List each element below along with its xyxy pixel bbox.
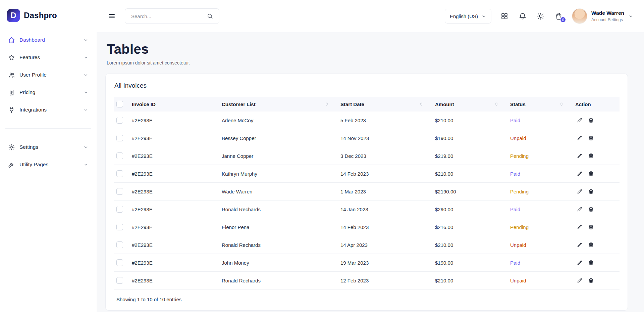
column-header-customer-list[interactable]: Customer List bbox=[218, 97, 337, 112]
delete-button[interactable] bbox=[587, 134, 595, 142]
sidebar-item-label: User Profile bbox=[19, 72, 79, 78]
delete-button[interactable] bbox=[587, 258, 595, 267]
sidebar: D Dashpro DashboardFeaturesUser ProfileP… bbox=[0, 0, 97, 312]
edit-button[interactable] bbox=[575, 134, 584, 142]
row-checkbox[interactable] bbox=[116, 188, 123, 195]
chevron-down-icon bbox=[83, 144, 89, 150]
table-header-row: Invoice IDCustomer ListStart DateAmountS… bbox=[114, 97, 620, 112]
column-header-invoice-id[interactable]: Invoice ID bbox=[128, 97, 218, 112]
row-checkbox[interactable] bbox=[116, 277, 123, 284]
edit-button[interactable] bbox=[575, 116, 584, 125]
column-label: Status bbox=[510, 101, 526, 107]
user-subtitle: Account Settings bbox=[591, 17, 624, 22]
amount: $210.00 bbox=[432, 272, 507, 289]
invoice-id: #2E293E bbox=[128, 112, 218, 129]
column-header-action[interactable]: Action bbox=[572, 97, 620, 112]
bell-icon bbox=[519, 12, 527, 20]
search-button[interactable] bbox=[205, 11, 215, 21]
column-header-amount[interactable]: Amount bbox=[432, 97, 507, 112]
sort-icon[interactable] bbox=[419, 102, 424, 106]
invoices-table: Invoice IDCustomer ListStart DateAmountS… bbox=[114, 97, 620, 289]
row-checkbox[interactable] bbox=[116, 206, 123, 213]
brand[interactable]: D Dashpro bbox=[0, 0, 97, 32]
customer-name: Wade Warren bbox=[218, 183, 337, 200]
sidebar-item-pricing[interactable]: Pricing bbox=[5, 84, 92, 101]
edit-button[interactable] bbox=[575, 169, 584, 178]
search-input[interactable] bbox=[130, 13, 202, 19]
sidebar-item-utility-pages[interactable]: Utility Pages bbox=[5, 156, 92, 173]
pencil-icon bbox=[577, 206, 583, 212]
sidebar-item-dashboard[interactable]: Dashboard bbox=[5, 32, 92, 48]
entries-summary: Showing 1 to 10 of 10 entries bbox=[114, 289, 620, 308]
status-label: Pending bbox=[507, 147, 572, 165]
edit-button[interactable] bbox=[575, 276, 584, 285]
cart-button[interactable]: 0 bbox=[554, 11, 564, 21]
row-checkbox[interactable] bbox=[116, 224, 123, 230]
row-checkbox[interactable] bbox=[116, 241, 123, 248]
wrench-icon bbox=[8, 161, 15, 168]
invoice-id: #2E293E bbox=[128, 272, 218, 289]
edit-button[interactable] bbox=[575, 151, 584, 160]
customer-name: Bessey Copper bbox=[218, 129, 337, 147]
row-checkbox[interactable] bbox=[116, 152, 123, 159]
sidebar-item-label: Pricing bbox=[19, 89, 79, 95]
language-selector[interactable]: English (US) bbox=[445, 9, 491, 24]
notifications-button[interactable] bbox=[518, 11, 528, 21]
edit-button[interactable] bbox=[575, 223, 584, 231]
delete-button[interactable] bbox=[587, 151, 595, 160]
sun-icon bbox=[537, 12, 545, 20]
status-label: Paid bbox=[507, 200, 572, 218]
delete-button[interactable] bbox=[587, 187, 595, 196]
table-row: #2E293EArlene McCoy5 Feb 2023$210.00Paid bbox=[114, 112, 620, 129]
main-column: English (US) 0 bbox=[97, 0, 644, 312]
select-all-checkbox[interactable] bbox=[116, 101, 123, 107]
status-label: Paid bbox=[507, 112, 572, 129]
pencil-icon bbox=[577, 277, 583, 283]
delete-button[interactable] bbox=[587, 116, 595, 125]
edit-button[interactable] bbox=[575, 187, 584, 196]
amount: $210.00 bbox=[432, 112, 507, 129]
column-label: Action bbox=[575, 101, 591, 107]
customer-name: Ronald Rechards bbox=[218, 200, 337, 218]
edit-button[interactable] bbox=[575, 205, 584, 214]
chevron-down-icon bbox=[83, 55, 89, 60]
row-checkbox[interactable] bbox=[116, 170, 123, 177]
delete-button[interactable] bbox=[587, 169, 595, 178]
sidebar-item-user-profile[interactable]: User Profile bbox=[5, 66, 92, 83]
start-date: 1 Mar 2023 bbox=[337, 183, 432, 200]
sidebar-item-features[interactable]: Features bbox=[5, 49, 92, 66]
edit-button[interactable] bbox=[575, 258, 584, 267]
amount: $290.00 bbox=[432, 200, 507, 218]
delete-button[interactable] bbox=[587, 223, 595, 231]
sort-icon[interactable] bbox=[324, 102, 329, 106]
customer-name: Ronald Rechards bbox=[218, 236, 337, 254]
column-header-start-date[interactable]: Start Date bbox=[337, 97, 432, 112]
edit-button[interactable] bbox=[575, 240, 584, 249]
pencil-icon bbox=[577, 224, 583, 230]
start-date: 5 Feb 2023 bbox=[337, 112, 432, 129]
table-row: #2E293ERonald Rechards12 Feb 2023$210.00… bbox=[114, 272, 620, 289]
sort-icon[interactable] bbox=[494, 102, 499, 106]
theme-toggle-button[interactable] bbox=[536, 11, 546, 21]
sidebar-item-settings[interactable]: Settings bbox=[5, 139, 92, 155]
delete-button[interactable] bbox=[587, 276, 595, 285]
column-header-status[interactable]: Status bbox=[507, 97, 572, 112]
row-checkbox[interactable] bbox=[116, 135, 123, 141]
delete-button[interactable] bbox=[587, 205, 595, 214]
invoices-card: All Invoices Invoice IDCustomer ListStar… bbox=[105, 74, 628, 311]
menu-toggle-button[interactable] bbox=[107, 11, 117, 21]
apps-grid-button[interactable] bbox=[499, 11, 509, 21]
chevron-down-icon bbox=[83, 90, 89, 95]
row-checkbox[interactable] bbox=[116, 117, 123, 124]
dashpro-logo-icon: D bbox=[7, 9, 20, 22]
customer-name: Kathryn Murphy bbox=[218, 165, 337, 183]
chevron-down-icon bbox=[481, 14, 486, 19]
grid-icon bbox=[500, 12, 508, 20]
profile-menu[interactable]: Wade Warren Account Settings bbox=[572, 8, 633, 24]
row-checkbox[interactable] bbox=[116, 259, 123, 266]
status-label: Unpaid bbox=[507, 129, 572, 147]
sidebar-item-integrations[interactable]: Integrations bbox=[5, 101, 92, 118]
delete-button[interactable] bbox=[587, 240, 595, 249]
sort-icon[interactable] bbox=[559, 102, 564, 106]
language-label: English (US) bbox=[450, 13, 478, 19]
